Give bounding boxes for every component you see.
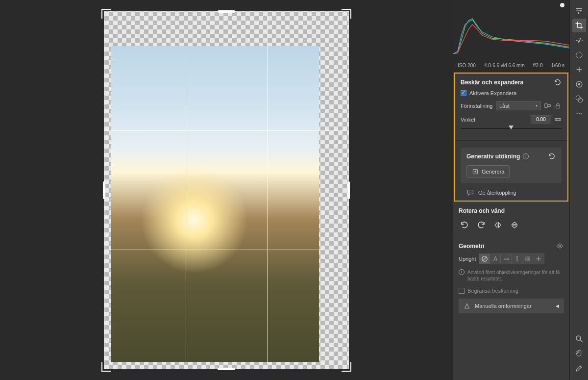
enable-expand-checkbox[interactable] — [461, 90, 466, 96]
geometry-hint: Använd först objektivkorrigeringar för a… — [467, 269, 564, 282]
svg-point-36 — [576, 336, 581, 340]
feedback-label: Ge återkoppling — [478, 190, 516, 196]
crop-frame[interactable] — [104, 11, 349, 369]
meta-aperture: f/2.8 — [533, 63, 542, 68]
svg-rect-15 — [516, 256, 518, 261]
chat-icon — [466, 189, 474, 197]
preset-dropdown[interactable]: Låst ▾ — [496, 101, 541, 110]
crop-tool-icon[interactable] — [572, 19, 586, 32]
svg-point-11 — [559, 245, 561, 247]
generate-label: Generera — [482, 169, 504, 175]
svg-line-13 — [483, 257, 487, 261]
svg-point-33 — [576, 113, 577, 114]
crop-handle-top[interactable] — [218, 10, 235, 13]
straighten-icon[interactable] — [554, 116, 562, 123]
crop-handle-bottom[interactable] — [218, 368, 235, 370]
swap-orientation-icon[interactable] — [544, 102, 551, 109]
flip-horizontal-icon[interactable] — [493, 220, 503, 230]
svg-point-27 — [581, 40, 582, 41]
svg-rect-14 — [504, 258, 508, 260]
limit-crop-checkbox[interactable] — [459, 288, 465, 294]
meta-iso: ISO 200 — [458, 63, 476, 68]
visibility-icon[interactable] — [556, 242, 564, 250]
info-icon[interactable]: i — [523, 153, 529, 159]
enable-expand-label: Aktivera Expandera — [469, 90, 516, 96]
limit-crop-label: Begränsa beskärning — [467, 288, 518, 294]
photo-metadata: ISO 200 4.0-6.6 vid 6.6 mm f/2.8 1/60 s — [453, 61, 569, 72]
histogram-chart — [453, 10, 569, 54]
crop-grid-line — [104, 130, 348, 131]
svg-point-10 — [471, 192, 471, 192]
svg-point-34 — [578, 113, 579, 114]
feedback-button[interactable]: Ge återkoppling — [461, 185, 562, 199]
mask-tool-icon[interactable] — [572, 48, 586, 62]
healing-tool-icon[interactable] — [572, 33, 586, 47]
rotate-cw-icon[interactable] — [476, 220, 486, 230]
upright-level-button[interactable] — [501, 254, 512, 264]
rotate-flip-title: Rotera och vänd — [459, 207, 505, 214]
lock-icon[interactable] — [554, 102, 562, 109]
clipping-indicator-icon[interactable] — [560, 3, 564, 7]
svg-point-8 — [469, 192, 469, 192]
upright-vertical-button[interactable] — [512, 254, 522, 264]
crop-grid-line — [267, 12, 268, 369]
crop-handle-left[interactable] — [103, 181, 105, 199]
angle-slider[interactable] — [461, 125, 562, 132]
generate-button[interactable]: Generera — [466, 165, 510, 178]
angle-label: Vinkel — [461, 117, 475, 123]
manual-transforms-label: Manuella omformningar — [475, 303, 532, 309]
svg-point-9 — [470, 192, 470, 192]
reset-icon[interactable] — [554, 78, 562, 86]
crop-grid-line — [186, 12, 186, 369]
presets-icon[interactable] — [572, 92, 586, 106]
angle-input[interactable] — [531, 115, 551, 124]
zoom-tool-icon[interactable] — [572, 332, 586, 346]
svg-point-30 — [578, 83, 580, 86]
crop-panel-highlight: Beskär och expandera Aktivera Expandera … — [454, 73, 568, 202]
svg-line-37 — [580, 340, 583, 342]
add-icon[interactable] — [572, 63, 586, 76]
generative-expand-title: Generativ utökning — [466, 153, 520, 160]
triangle-left-icon: ◀ — [556, 304, 559, 308]
meta-shutter: 1/60 s — [551, 63, 564, 68]
angle-slider-thumb[interactable] — [509, 126, 514, 129]
crop-handle-top-left[interactable] — [101, 9, 111, 19]
svg-point-35 — [581, 113, 582, 114]
upright-off-button[interactable] — [479, 254, 490, 264]
rotate-ccw-icon[interactable] — [460, 220, 469, 230]
right-toolstrip — [569, 0, 588, 380]
generative-expand-section: Generativ utökning i Generera Ge återkop… — [455, 141, 567, 201]
redeye-tool-icon[interactable] — [572, 77, 586, 91]
canvas-area[interactable] — [0, 0, 453, 380]
crop-handle-right[interactable] — [347, 181, 350, 199]
svg-point-25 — [578, 12, 579, 14]
svg-rect-16 — [526, 257, 530, 261]
right-panel: ISO 200 4.0-6.6 vid 6.6 mm f/2.8 1/60 s … — [453, 0, 569, 380]
preset-label: Förinställning — [461, 103, 493, 109]
upright-button-group: A — [479, 253, 544, 264]
manual-transforms-button[interactable]: Manuella omformningar ◀ — [459, 299, 564, 313]
hand-tool-icon[interactable] — [572, 347, 586, 360]
upright-auto-button[interactable]: A — [490, 254, 501, 264]
crop-handle-bottom-left[interactable] — [101, 362, 111, 372]
color-sampler-icon[interactable] — [572, 361, 586, 375]
svg-rect-1 — [548, 105, 550, 107]
adjust-sliders-icon[interactable] — [572, 4, 586, 18]
upright-guided-button[interactable] — [533, 254, 544, 264]
meta-focal: 4.0-6.6 vid 6.6 mm — [484, 63, 525, 68]
rotate-flip-section: Rotera och vänd — [453, 203, 569, 237]
svg-point-24 — [580, 10, 581, 12]
chevron-down-icon: ▾ — [536, 103, 538, 108]
preset-value: Låst — [499, 103, 510, 109]
svg-point-28 — [576, 52, 582, 58]
more-icon[interactable] — [572, 107, 586, 121]
crop-handle-top-right[interactable] — [342, 9, 351, 19]
histogram[interactable] — [453, 0, 569, 61]
crop-expand-title: Beskär och expandera — [461, 79, 523, 86]
upright-full-button[interactable] — [522, 254, 533, 264]
crop-handle-bottom-right[interactable] — [342, 362, 351, 372]
transform-icon — [463, 302, 471, 310]
crop-grid-line — [104, 250, 348, 250]
flip-vertical-icon[interactable] — [510, 220, 519, 230]
reset-icon[interactable] — [548, 152, 556, 160]
